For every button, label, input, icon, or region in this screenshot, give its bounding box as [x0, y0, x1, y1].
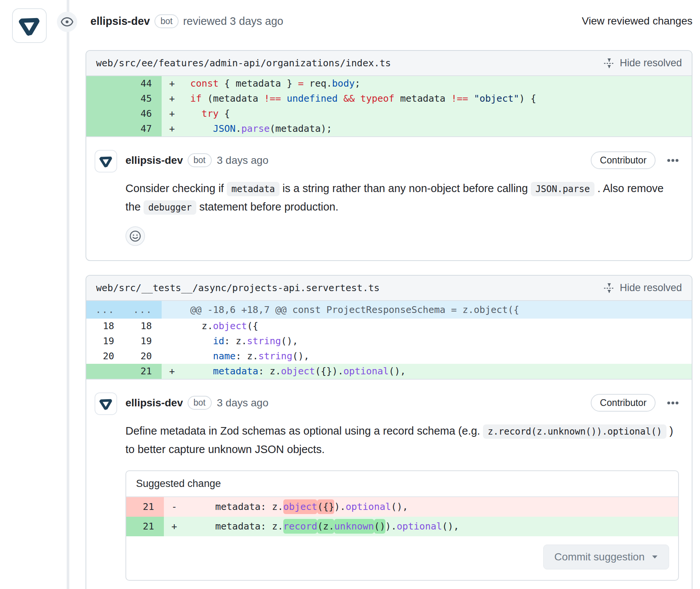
line-number: 18 [86, 319, 124, 334]
diff-block: 44+const { metadata } = req.body;45+if (… [86, 76, 692, 137]
line-number: 19 [86, 334, 124, 349]
line-number: 47 [124, 121, 162, 136]
suggested-change-block: Suggested change 21- metadata: z.object(… [125, 470, 679, 581]
diff-row: 21- metadata: z.object({}).optional(), [126, 497, 678, 517]
diff-row: 21+ metadata: z.object({}).optional(), [86, 364, 692, 379]
line-number [86, 76, 124, 91]
comment-timestamp[interactable]: 3 days ago [217, 397, 269, 409]
comment-avatar[interactable] [95, 392, 117, 415]
line-number: 45 [124, 91, 162, 106]
file-header: web/src/__tests__/async/projects-api.ser… [86, 276, 692, 301]
line-number: 18 [124, 319, 162, 334]
fold-icon [604, 282, 615, 294]
add-reaction-button[interactable] [125, 226, 145, 246]
ellipsis-logo-icon [98, 154, 113, 169]
bot-badge: bot [154, 14, 179, 28]
diff-sign: + [162, 76, 183, 91]
diff-row: 46+ try { [86, 106, 692, 121]
suggestion-diff: 21- metadata: z.object({}).optional(),21… [126, 497, 678, 536]
hide-resolved-button[interactable]: Hide resolved [604, 282, 682, 294]
ellipsis-logo-icon [98, 396, 113, 411]
diff-row: 45+if (metadata !== undefined && typeof … [86, 91, 692, 106]
code-line: z.object({ [183, 319, 692, 334]
review-action-text: reviewed 3 days ago [183, 15, 283, 27]
line-number: 20 [124, 349, 162, 364]
diff-row: 21+ metadata: z.record(z.unknown()).opti… [126, 517, 678, 536]
line-number: 21 [126, 517, 164, 536]
line-number: 20 [86, 349, 124, 364]
diff-row: 1919 id: z.string(), [86, 334, 692, 349]
code-line: const { metadata } = req.body; [183, 76, 692, 91]
contributor-badge: Contributor [591, 151, 656, 169]
review-thread-card: web/src/__tests__/async/projects-api.ser… [86, 275, 692, 589]
diff-sign: + [162, 364, 183, 379]
review-header: ellipsis-dev bot reviewed 3 days ago Vie… [0, 0, 700, 42]
review-thread-card: web/src/ee/features/admin-api/organizati… [86, 50, 692, 261]
diff-row: 44+const { metadata } = req.body; [86, 76, 692, 91]
comment-username[interactable]: ellipsis-dev [125, 154, 183, 166]
chevron-down-icon [651, 554, 658, 560]
line-number: 21 [126, 497, 164, 517]
file-path[interactable]: web/src/__tests__/async/projects-api.ser… [96, 282, 380, 293]
comment-timestamp[interactable]: 3 days ago [217, 154, 269, 166]
review-comment: ellipsis-dev bot 3 days ago Contributor … [86, 137, 692, 260]
diff-sign [162, 349, 183, 364]
diff-row: 1818 z.object({ [86, 319, 692, 334]
kebab-icon [667, 154, 679, 166]
diff-sign [162, 319, 183, 334]
code-line: try { [183, 106, 692, 121]
line-number [86, 364, 124, 379]
eye-icon [57, 12, 77, 32]
diff-sign [162, 334, 183, 349]
inline-code: debugger [144, 200, 196, 215]
commit-suggestion-button[interactable]: Commit suggestion [543, 545, 669, 569]
suggested-change-title: Suggested change [126, 471, 678, 497]
inline-code: z.record(z.unknown()).optional() [483, 424, 666, 439]
comment-body: Consider checking if metadata is a strin… [125, 180, 679, 217]
fold-icon [604, 58, 615, 69]
code-line: name: z.string(), [183, 349, 692, 364]
bot-badge: bot [188, 396, 212, 410]
inline-code: metadata [227, 182, 280, 196]
diff-sign: + [164, 517, 185, 536]
timeline-line [67, 0, 69, 589]
review-comment: ellipsis-dev bot 3 days ago Contributor … [86, 380, 692, 589]
kebab-menu-button[interactable] [667, 397, 679, 409]
line-number: 21 [124, 364, 162, 379]
line-number: 44 [124, 76, 162, 91]
reviewer-username[interactable]: ellipsis-dev [90, 15, 150, 27]
smiley-icon [129, 230, 141, 242]
diff-sign: - [164, 497, 185, 517]
bot-badge: bot [188, 153, 212, 167]
view-reviewed-changes-link[interactable]: View reviewed changes [582, 15, 692, 27]
file-path[interactable]: web/src/ee/features/admin-api/organizati… [96, 58, 391, 69]
hide-resolved-button[interactable]: Hide resolved [604, 57, 682, 69]
reviewer-avatar[interactable] [12, 8, 47, 43]
diff-sign: + [162, 121, 183, 136]
comment-username[interactable]: ellipsis-dev [125, 397, 183, 409]
line-number [86, 106, 124, 121]
diff-row: 47+ JSON.parse(metadata); [86, 121, 692, 136]
kebab-icon [667, 397, 679, 409]
diff-block: ......@@ -18,6 +18,7 @@ const ProjectRes… [86, 301, 692, 380]
diff-sign: + [162, 91, 183, 106]
code-line: @@ -18,6 +18,7 @@ const ProjectResponseS… [183, 301, 692, 319]
diff-sign [162, 301, 183, 319]
code-line: id: z.string(), [183, 334, 692, 349]
ellipsis-logo-icon [17, 13, 42, 38]
code-line: metadata: z.object({}).optional(), [185, 497, 678, 517]
kebab-menu-button[interactable] [667, 154, 679, 166]
code-line: JSON.parse(metadata); [183, 121, 692, 136]
comment-avatar[interactable] [95, 150, 117, 172]
diff-row: 2020 name: z.string(), [86, 349, 692, 364]
line-number: ... [86, 301, 124, 319]
line-number: 46 [124, 106, 162, 121]
comment-body: Define metadata in Zod schemas as option… [125, 422, 679, 458]
contributor-badge: Contributor [591, 394, 656, 412]
code-line: if (metadata !== undefined && typeof met… [183, 91, 692, 106]
code-line: metadata: z.object({}).optional(), [183, 364, 692, 379]
diff-row: ......@@ -18,6 +18,7 @@ const ProjectRes… [86, 301, 692, 319]
inline-code: JSON.parse [531, 182, 595, 196]
file-header: web/src/ee/features/admin-api/organizati… [86, 51, 692, 76]
code-line: metadata: z.record(z.unknown()).optional… [185, 517, 678, 536]
